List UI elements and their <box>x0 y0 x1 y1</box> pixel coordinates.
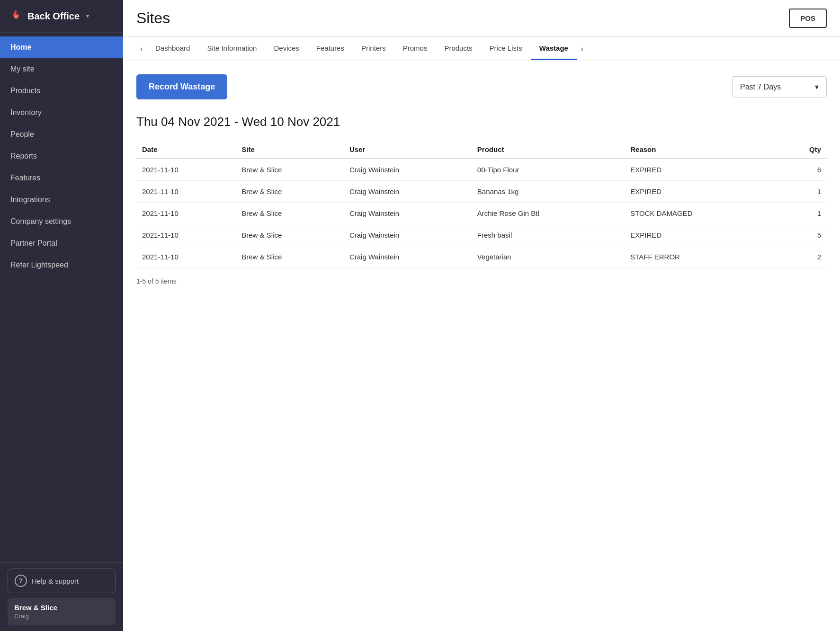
table-row[interactable]: 2021-11-10Brew & SliceCraig WainsteinVeg… <box>136 246 827 268</box>
tab-devices[interactable]: Devices <box>265 37 307 60</box>
cell-qty-4: 2 <box>778 246 827 268</box>
sidebar-item-my-site[interactable]: My site <box>0 58 123 80</box>
table-row[interactable]: 2021-11-10Brew & SliceCraig WainsteinBan… <box>136 181 827 203</box>
cell-date-2: 2021-11-10 <box>136 203 236 224</box>
cell-site-3: Brew & Slice <box>236 224 344 246</box>
tabs-bar: ‹ DashboardSite InformationDevicesFeatur… <box>123 37 840 61</box>
cell-user-4: Craig Wainstein <box>344 246 472 268</box>
table-body: 2021-11-10Brew & SliceCraig Wainstein00-… <box>136 159 827 268</box>
help-label: Help & support <box>32 577 79 585</box>
toolbar-row: Record Wastage Past 7 Days ▾ <box>136 74 827 99</box>
tab-features[interactable]: Features <box>308 37 353 60</box>
flame-icon <box>9 9 23 24</box>
app-chevron: ▾ <box>86 13 89 19</box>
pos-button[interactable]: POS <box>789 9 827 28</box>
cell-site-0: Brew & Slice <box>236 159 344 181</box>
cell-date-4: 2021-11-10 <box>136 246 236 268</box>
cell-product-3: Fresh basil <box>472 224 625 246</box>
help-support-button[interactable]: ? Help & support <box>8 569 116 593</box>
tabs-container: DashboardSite InformationDevicesFeatures… <box>147 37 577 60</box>
cell-qty-3: 5 <box>778 224 827 246</box>
date-filter-dropdown[interactable]: Past 7 Days ▾ <box>732 76 827 98</box>
col-user: User <box>344 141 472 159</box>
cell-reason-4: STAFF ERROR <box>625 246 778 268</box>
sidebar-item-home[interactable]: Home <box>0 36 123 58</box>
cell-qty-1: 1 <box>778 181 827 203</box>
date-filter-label: Past 7 Days <box>740 83 781 91</box>
sidebar-bottom: ? Help & support Brew & Slice Craig <box>0 562 123 631</box>
sidebar-item-company-settings[interactable]: Company settings <box>0 211 123 232</box>
tabs-next-button[interactable]: › <box>577 37 587 61</box>
col-qty: Qty <box>778 141 827 159</box>
cell-product-1: Bananas 1kg <box>472 181 625 203</box>
cell-reason-1: EXPIRED <box>625 181 778 203</box>
date-range-heading: Thu 04 Nov 2021 - Wed 10 Nov 2021 <box>136 115 827 129</box>
cell-user-1: Craig Wainstein <box>344 181 472 203</box>
app-title: Back Office <box>27 11 80 22</box>
cell-product-4: Vegetarian <box>472 246 625 268</box>
sidebar-header[interactable]: Back Office ▾ <box>0 0 123 33</box>
table-header: DateSiteUserProductReasonQty <box>136 141 827 159</box>
sidebar: Back Office ▾ HomeMy siteProductsInvento… <box>0 0 123 631</box>
sidebar-item-features[interactable]: Features <box>0 167 123 189</box>
sidebar-item-people[interactable]: People <box>0 124 123 145</box>
cell-product-0: 00-Tipo Flour <box>472 159 625 181</box>
cell-qty-2: 1 <box>778 203 827 224</box>
content-area: Record Wastage Past 7 Days ▾ Thu 04 Nov … <box>123 61 840 631</box>
tabs-prev-button[interactable]: ‹ <box>136 37 147 61</box>
page-title: Sites <box>136 9 170 27</box>
cell-reason-2: STOCK DAMAGED <box>625 203 778 224</box>
table-row[interactable]: 2021-11-10Brew & SliceCraig WainsteinFre… <box>136 224 827 246</box>
tab-dashboard[interactable]: Dashboard <box>147 37 198 60</box>
items-count: 1-5 of 5 items <box>136 277 827 285</box>
cell-product-2: Archie Rose Gin Btl <box>472 203 625 224</box>
cell-reason-0: EXPIRED <box>625 159 778 181</box>
sidebar-item-partner-portal[interactable]: Partner Portal <box>0 232 123 254</box>
tab-site-information[interactable]: Site Information <box>198 37 265 60</box>
tab-promos[interactable]: Promos <box>394 37 436 60</box>
col-date: Date <box>136 141 236 159</box>
topbar: Sites POS <box>123 0 840 37</box>
table-row[interactable]: 2021-11-10Brew & SliceCraig WainsteinArc… <box>136 203 827 224</box>
user-sub: Craig <box>14 613 109 620</box>
cell-site-1: Brew & Slice <box>236 181 344 203</box>
col-reason: Reason <box>625 141 778 159</box>
tab-wastage[interactable]: Wastage <box>531 37 577 60</box>
cell-qty-0: 6 <box>778 159 827 181</box>
sidebar-item-integrations[interactable]: Integrations <box>0 189 123 211</box>
user-name: Brew & Slice <box>14 604 109 612</box>
user-profile[interactable]: Brew & Slice Craig <box>8 598 116 625</box>
cell-date-3: 2021-11-10 <box>136 224 236 246</box>
sidebar-nav: HomeMy siteProductsInventoryPeopleReport… <box>0 33 123 562</box>
cell-date-0: 2021-11-10 <box>136 159 236 181</box>
help-icon: ? <box>15 575 27 587</box>
col-product: Product <box>472 141 625 159</box>
sidebar-item-refer-lightspeed[interactable]: Refer Lightspeed <box>0 254 123 276</box>
tab-price-lists[interactable]: Price Lists <box>481 37 531 60</box>
cell-user-3: Craig Wainstein <box>344 224 472 246</box>
cell-user-0: Craig Wainstein <box>344 159 472 181</box>
cell-site-4: Brew & Slice <box>236 246 344 268</box>
cell-site-2: Brew & Slice <box>236 203 344 224</box>
cell-reason-3: EXPIRED <box>625 224 778 246</box>
sidebar-item-products[interactable]: Products <box>0 80 123 102</box>
tab-printers[interactable]: Printers <box>353 37 394 60</box>
cell-date-1: 2021-11-10 <box>136 181 236 203</box>
cell-user-2: Craig Wainstein <box>344 203 472 224</box>
wastage-table: DateSiteUserProductReasonQty 2021-11-10B… <box>136 141 827 268</box>
table-row[interactable]: 2021-11-10Brew & SliceCraig Wainstein00-… <box>136 159 827 181</box>
sidebar-item-reports[interactable]: Reports <box>0 145 123 167</box>
record-wastage-button[interactable]: Record Wastage <box>136 74 227 99</box>
col-site: Site <box>236 141 344 159</box>
tab-products[interactable]: Products <box>436 37 481 60</box>
table-header-row: DateSiteUserProductReasonQty <box>136 141 827 159</box>
sidebar-item-inventory[interactable]: Inventory <box>0 102 123 124</box>
main-content: Sites POS ‹ DashboardSite InformationDev… <box>123 0 840 631</box>
date-filter-chevron: ▾ <box>815 82 819 91</box>
